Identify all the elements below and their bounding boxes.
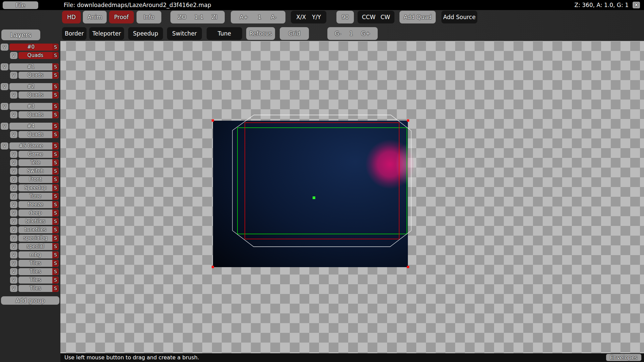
layer-visibility-toggle[interactable]: V bbox=[10, 131, 17, 138]
quad-corner-handle-br[interactable] bbox=[407, 266, 409, 268]
button-zo[interactable]: ZO bbox=[177, 14, 187, 20]
layer-visibility-toggle[interactable]: V bbox=[10, 277, 17, 284]
layer-select-bar[interactable]: QuadsS bbox=[18, 92, 59, 99]
layer-settings-button[interactable]: S bbox=[52, 131, 59, 138]
layer-select-bar[interactable]: mbgS bbox=[18, 251, 59, 258]
layer-select-bar[interactable]: specialS bbox=[18, 243, 59, 250]
button-1-1[interactable]: 1:1 bbox=[194, 14, 204, 20]
layer-settings-button[interactable]: S bbox=[52, 72, 59, 79]
toolbar-button-switcher[interactable]: Switcher bbox=[167, 27, 202, 40]
group-settings-button[interactable]: S bbox=[52, 142, 59, 149]
button-y-y[interactable]: Y/Y bbox=[311, 14, 322, 20]
quad-pivot-point[interactable] bbox=[313, 196, 315, 199]
toolbar-button-grid[interactable]: Grid bbox=[280, 27, 309, 40]
toolbar-button-add-quad[interactable]: Add Quad bbox=[399, 11, 436, 23]
layer-settings-button[interactable]: S bbox=[52, 218, 59, 225]
layer-visibility-toggle[interactable]: V bbox=[10, 52, 17, 59]
layer-select-bar[interactable]: QuadsS bbox=[18, 52, 59, 59]
group-visibility-toggle[interactable]: V bbox=[1, 44, 8, 51]
quad-corner-handle-bl[interactable] bbox=[212, 266, 214, 268]
map-view-canvas[interactable] bbox=[60, 41, 644, 353]
toolbar-button-add-source[interactable]: Add Source bbox=[441, 11, 477, 23]
layer-select-bar[interactable]: teletilesS bbox=[18, 218, 59, 225]
layer-select-bar[interactable]: TilesS bbox=[18, 285, 59, 292]
layer-visibility-toggle[interactable]: V bbox=[10, 168, 17, 175]
layer-settings-button[interactable]: S bbox=[52, 243, 59, 250]
layer-visibility-toggle[interactable]: V bbox=[10, 218, 17, 225]
group-select-bar[interactable]: #4S bbox=[9, 123, 59, 130]
layer-visibility-toggle[interactable]: V bbox=[10, 209, 17, 217]
layer-visibility-toggle[interactable]: V bbox=[10, 159, 17, 166]
layer-select-bar[interactable]: GameS bbox=[18, 151, 59, 158]
button-g-[interactable]: G- bbox=[334, 30, 342, 37]
button-gplus[interactable]: G+ bbox=[360, 30, 371, 37]
layer-visibility-toggle[interactable]: V bbox=[10, 111, 17, 118]
group-visibility-toggle[interactable]: V bbox=[1, 103, 8, 110]
layer-visibility-toggle[interactable]: V bbox=[10, 184, 17, 191]
layer-select-bar[interactable]: deepS bbox=[18, 209, 59, 217]
layer-settings-button[interactable]: S bbox=[52, 285, 59, 292]
group-visibility-toggle[interactable]: V bbox=[1, 123, 8, 130]
quad-corner-handle-tl[interactable] bbox=[212, 119, 214, 122]
close-icon[interactable]: X bbox=[633, 2, 640, 8]
group-visibility-toggle[interactable]: V bbox=[1, 142, 8, 149]
layer-settings-button[interactable]: S bbox=[52, 193, 59, 200]
toolbar-button-info[interactable]: Info bbox=[137, 11, 161, 23]
button-a-[interactable]: A- bbox=[270, 14, 277, 20]
layer-visibility-toggle[interactable]: V bbox=[10, 268, 17, 275]
layer-settings-button[interactable]: S bbox=[52, 168, 59, 175]
layers-header-button[interactable]: Layers bbox=[1, 29, 40, 40]
toolbar-button-proof[interactable]: Proof bbox=[109, 11, 134, 23]
group-select-bar[interactable]: #5 GameS bbox=[9, 142, 59, 149]
layer-visibility-toggle[interactable]: V bbox=[10, 151, 17, 158]
layer-select-bar[interactable]: QuadsS bbox=[18, 111, 59, 118]
toolbar-button-speedup[interactable]: Speedup bbox=[128, 27, 163, 40]
layer-visibility-toggle[interactable]: V bbox=[10, 92, 17, 99]
layer-select-bar[interactable]: SpeedupS bbox=[18, 184, 59, 191]
group-select-bar[interactable]: #0S bbox=[9, 44, 59, 51]
group-visibility-toggle[interactable]: V bbox=[1, 83, 8, 90]
layer-select-bar[interactable]: TuneS bbox=[18, 193, 59, 200]
layer-select-bar[interactable]: SwitchS bbox=[18, 168, 59, 175]
toolbar-button-teleporter[interactable]: Teleporter bbox=[89, 27, 124, 40]
layer-settings-button[interactable]: S bbox=[52, 201, 59, 208]
button-1[interactable]: 1 bbox=[349, 30, 354, 37]
layer-settings-button[interactable]: S bbox=[52, 209, 59, 217]
button-zi[interactable]: ZI bbox=[211, 14, 218, 20]
layer-settings-button[interactable]: S bbox=[52, 235, 59, 242]
layer-settings-button[interactable]: S bbox=[52, 52, 59, 59]
layer-settings-button[interactable]: S bbox=[52, 277, 59, 284]
group-settings-button[interactable]: S bbox=[52, 123, 59, 130]
button-cw[interactable]: CW bbox=[380, 14, 391, 20]
group-settings-button[interactable]: S bbox=[52, 44, 59, 51]
layer-settings-button[interactable]: S bbox=[52, 111, 59, 118]
layer-settings-button[interactable]: S bbox=[52, 151, 59, 158]
layer-select-bar[interactable]: TilesS bbox=[18, 277, 59, 284]
toolbar-button-hd[interactable]: HD bbox=[62, 11, 81, 23]
toolbar-button-tune[interactable]: Tune bbox=[207, 27, 242, 40]
file-menu-button[interactable]: File bbox=[3, 1, 38, 9]
group-select-bar[interactable]: #3S bbox=[9, 103, 59, 110]
button-x-x[interactable]: X/X bbox=[296, 14, 307, 20]
layer-settings-button[interactable]: S bbox=[52, 92, 59, 99]
layer-visibility-toggle[interactable]: V bbox=[10, 260, 17, 267]
button-1[interactable]: 1 bbox=[257, 14, 262, 20]
layer-select-bar[interactable]: TilesS bbox=[18, 268, 59, 275]
group-select-bar[interactable]: #2S bbox=[9, 83, 59, 90]
layer-visibility-toggle[interactable]: V bbox=[10, 193, 17, 200]
layer-visibility-toggle[interactable]: V bbox=[10, 243, 17, 250]
toolbar-button-refocus[interactable]: Refocus bbox=[246, 27, 275, 40]
layer-settings-button[interactable]: S bbox=[52, 260, 59, 267]
layer-visibility-toggle[interactable]: V bbox=[10, 251, 17, 258]
layer-settings-button[interactable]: S bbox=[52, 159, 59, 166]
toolbar-button-border[interactable]: Border bbox=[62, 27, 87, 40]
layer-select-bar[interactable]: tunetilesS bbox=[18, 226, 59, 233]
layer-select-bar[interactable]: freezeS bbox=[18, 201, 59, 208]
layer-settings-button[interactable]: S bbox=[52, 184, 59, 191]
layer-visibility-toggle[interactable]: V bbox=[10, 226, 17, 233]
group-settings-button[interactable]: S bbox=[52, 63, 59, 70]
layer-settings-button[interactable]: S bbox=[52, 226, 59, 233]
layer-settings-button[interactable]: S bbox=[52, 176, 59, 183]
layer-visibility-toggle[interactable]: V bbox=[10, 72, 17, 79]
group-settings-button[interactable]: S bbox=[52, 103, 59, 110]
